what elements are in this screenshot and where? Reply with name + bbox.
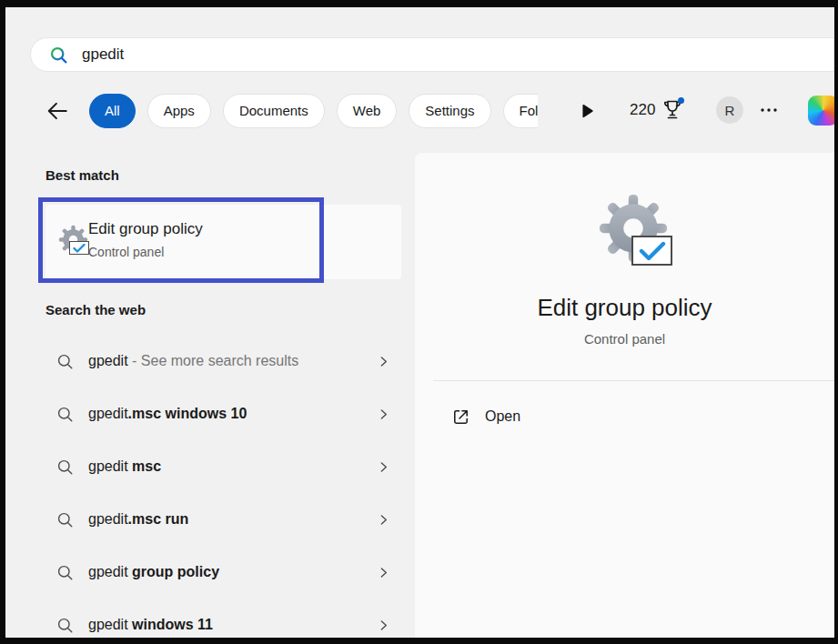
search-input[interactable] — [82, 45, 446, 64]
best-match-title: Edit group policy — [88, 220, 203, 238]
web-suggestion-row[interactable]: gpedit group policy — [45, 554, 391, 590]
external-link-icon — [450, 407, 471, 428]
tab-documents[interactable]: Documents — [223, 94, 325, 128]
preview-title: Edit group policy — [415, 294, 834, 322]
search-suggestion-icon — [56, 511, 74, 528]
rewards-points: 220 — [630, 101, 655, 119]
suggestion-text: gpedit.msc windows 10 — [88, 406, 247, 422]
chevron-right-icon[interactable] — [376, 618, 391, 633]
open-action[interactable]: Open — [450, 404, 520, 429]
search-suggestion-icon — [56, 564, 74, 581]
back-arrow-icon[interactable] — [45, 99, 69, 123]
web-suggestion-row[interactable]: gpedit.msc run — [45, 501, 391, 538]
copilot-icon[interactable] — [808, 96, 834, 126]
more-filters-play-icon[interactable] — [578, 102, 596, 120]
filter-bar: AllAppsDocumentsWebSettingsFol 220 R — [5, 93, 834, 129]
tab-fol[interactable]: Fol — [503, 94, 539, 128]
search-suggestion-icon — [56, 353, 74, 370]
search-bar[interactable] — [30, 37, 834, 72]
screenshot-frame: AllAppsDocumentsWebSettingsFol 220 R — [0, 0, 838, 644]
avatar-initial: R — [725, 103, 735, 118]
chevron-right-icon[interactable] — [376, 459, 391, 475]
preview-divider — [433, 380, 834, 381]
chevron-right-icon[interactable] — [376, 565, 391, 580]
trophy-icon — [661, 98, 683, 122]
chevron-right-icon[interactable] — [376, 354, 391, 369]
account-avatar[interactable]: R — [716, 96, 743, 124]
preview-subtitle: Control panel — [415, 331, 834, 347]
search-icon — [49, 45, 68, 65]
search-suggestion-icon — [56, 617, 74, 634]
suggestion-text: gpedit windows 11 — [88, 617, 213, 633]
rewards-badge[interactable]: 220 — [630, 93, 683, 127]
tab-all[interactable]: All — [89, 94, 136, 128]
filter-tabs: AllAppsDocumentsWebSettingsFol — [89, 94, 538, 128]
search-the-web-header: Search the web — [45, 302, 146, 317]
web-suggestion-row[interactable]: gpedit msc — [45, 448, 391, 485]
open-label: Open — [485, 408, 520, 425]
tab-web[interactable]: Web — [337, 94, 398, 128]
best-match-subtitle: Control panel — [88, 245, 164, 259]
policy-check-badge — [69, 241, 89, 255]
preview-panel: Edit group policy Control panel Open — [415, 153, 834, 638]
suggestion-text: gpedit msc — [88, 458, 161, 475]
ellipsis-menu-icon[interactable] — [760, 103, 778, 117]
web-suggestions: gpedit - See more search results gpedit.… — [45, 343, 391, 638]
search-suggestion-icon — [56, 406, 74, 423]
web-suggestion-row[interactable]: gpedit - See more search results — [45, 343, 391, 379]
tab-settings[interactable]: Settings — [409, 94, 490, 128]
suggestion-text: gpedit.msc run — [88, 511, 188, 528]
search-suggestion-icon — [56, 458, 74, 476]
web-suggestion-row[interactable]: gpedit windows 11 — [45, 607, 391, 638]
suggestion-text: gpedit group policy — [88, 564, 219, 580]
policy-check-badge-large — [631, 236, 672, 266]
suggestion-text: gpedit - See more search results — [88, 353, 298, 369]
web-suggestion-row[interactable]: gpedit.msc windows 10 — [45, 396, 391, 432]
best-match-item[interactable]: Edit group policy Control panel — [45, 205, 401, 279]
chevron-right-icon[interactable] — [376, 512, 391, 528]
chevron-right-icon[interactable] — [376, 407, 391, 422]
best-match-header: Best match — [45, 167, 119, 183]
windows-search-flyout: AllAppsDocumentsWebSettingsFol 220 R — [5, 7, 834, 638]
tab-apps[interactable]: Apps — [147, 94, 211, 128]
group-policy-gear-icon-large — [598, 193, 669, 264]
